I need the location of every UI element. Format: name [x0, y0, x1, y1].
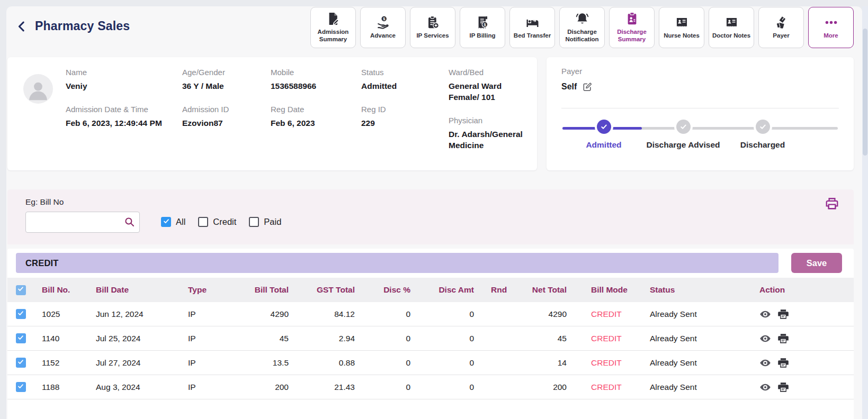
check-icon [17, 358, 24, 368]
field-label: Physician [449, 116, 523, 125]
row-checkbox[interactable] [16, 358, 26, 368]
back-chevron-icon [16, 26, 28, 35]
filter-checkbox-all[interactable]: All [161, 217, 185, 227]
scrollbar-thumb[interactable] [863, 29, 867, 156]
field-value: Dr. Adarsh/General Medicine [449, 129, 523, 151]
column-header-disc_amt: Disc Amt [426, 278, 490, 302]
patient-field: NameVeniy [66, 68, 182, 92]
bed-icon [525, 15, 540, 30]
field-value: Veniy [66, 81, 176, 92]
cell-bill_no: 1025 [34, 302, 90, 326]
print-bill-button[interactable] [777, 381, 789, 393]
bill-row: 1140Jul 25, 2024IP452.940045CREDITAlread… [7, 326, 854, 351]
cell-bill_mode: CREDIT [583, 375, 643, 399]
bill-row: 1152Jul 27, 2024IP13.50.880014CREDITAlre… [7, 351, 854, 375]
save-button[interactable]: Save [791, 253, 842, 273]
admission-stepper: AdmittedDischarge AdvisedDischarged [561, 120, 839, 162]
cell-net_total: 200 [530, 375, 583, 399]
toolbar-button-payer[interactable]: Payer [758, 7, 804, 48]
printer-icon [777, 361, 789, 370]
field-value: 229 [361, 118, 442, 129]
cell-net_total: 4290 [530, 302, 583, 326]
credit-section-label: CREDIT [16, 258, 59, 268]
cell-rnd [490, 375, 530, 399]
cell-type: IP [183, 351, 244, 375]
cell-bill_total: 45 [244, 326, 305, 351]
field-label: Admission Date & Time [66, 105, 176, 114]
printer-icon [777, 386, 789, 395]
field-label: Age/Gender [182, 68, 264, 77]
toolbar-button-ip-billing[interactable]: $IP Billing [460, 7, 505, 48]
print-bill-button[interactable] [777, 308, 789, 320]
cell-bill_no: 1140 [34, 326, 90, 351]
eye-icon [759, 386, 771, 395]
check-icon [17, 309, 24, 319]
toolbar-button-nurse-notes[interactable]: Nurse Notes [659, 7, 704, 48]
ellipsis-icon [824, 15, 838, 30]
cell-rnd [490, 351, 530, 375]
patient-avatar [23, 74, 53, 104]
cell-bill_mode: CREDIT [583, 302, 643, 326]
credit-section-header: CREDIT [16, 253, 778, 273]
view-bill-button[interactable] [759, 381, 771, 393]
cell-status: Already Sent [643, 351, 752, 375]
cell-rnd [490, 326, 530, 351]
stepper-step-discharged: Discharged [720, 120, 805, 150]
toolbar-button-more[interactable]: More [808, 7, 854, 48]
cell-bill_no: 1188 [34, 375, 90, 399]
check-icon [17, 285, 24, 295]
search-input[interactable] [25, 212, 140, 233]
svg-text:$: $ [383, 16, 385, 21]
cell-bill_date: Jul 27, 2024 [90, 351, 183, 375]
toolbar-button-ip-services[interactable]: IP Services [410, 7, 455, 48]
cell-status: Already Sent [643, 302, 752, 326]
vertical-scrollbar[interactable] [862, 6, 868, 419]
cell-gst_total: 21.43 [305, 375, 371, 399]
view-bill-button[interactable] [759, 357, 771, 369]
cell-disc_pct: 0 [371, 351, 426, 375]
toolbar-button-discharge-summary[interactable]: Discharge Summary [609, 7, 655, 48]
cell-gst_total: 2.94 [305, 326, 371, 351]
divider [561, 108, 839, 108]
toolbar-button-admission-summary[interactable]: Admission Summary [310, 7, 356, 48]
back-button[interactable] [16, 20, 28, 33]
toolbar-button-doctor-notes[interactable]: Doctor Notes [709, 7, 754, 48]
search-hint: Eg: Bill No [25, 197, 64, 207]
check-icon [17, 334, 24, 343]
cell-gst_total: 0.88 [305, 351, 371, 375]
check-icon [163, 217, 170, 227]
toolbar-button-discharge-notification[interactable]: Discharge Notification [559, 7, 605, 48]
field-label: Admission ID [182, 105, 264, 114]
row-checkbox[interactable] [16, 382, 26, 392]
cell-disc_pct: 0 [371, 302, 426, 326]
patient-field: StatusAdmitted [361, 68, 449, 92]
print-bill-button[interactable] [777, 333, 789, 344]
patient-field: Ward/BedGeneral Ward Female/ 101 [449, 68, 530, 103]
toolbar-button-advance[interactable]: $Advance [360, 7, 406, 48]
hand-coin-icon: $ [376, 15, 390, 30]
edit-payer-button[interactable] [582, 81, 593, 92]
bills-panel: CREDIT Save Bill No.Bill DateTypeBill To… [7, 249, 854, 419]
filter-checkbox-paid[interactable]: Paid [249, 217, 281, 227]
cell-disc_amt: 0 [426, 326, 490, 351]
eye-icon [759, 337, 771, 346]
print-list-button[interactable] [825, 197, 839, 211]
cell-disc_amt: 0 [426, 351, 490, 375]
select-all-checkbox[interactable] [16, 285, 26, 295]
column-header-gst_total: GST Total [305, 278, 371, 302]
print-bill-button[interactable] [777, 357, 789, 369]
clipboard-person-icon [625, 12, 639, 26]
cell-type: IP [183, 375, 244, 399]
view-bill-button[interactable] [759, 333, 771, 344]
filter-checkbox-credit[interactable]: Credit [198, 217, 236, 227]
row-checkbox[interactable] [16, 333, 26, 343]
patient-fields: NameVeniyAdmission Date & TimeFeb 6, 202… [66, 68, 530, 164]
patient-field: Age/Gender36 Y / Male [182, 68, 271, 92]
cell-bill_total: 13.5 [244, 351, 305, 375]
column-header-bill_no: Bill No. [34, 278, 90, 302]
row-checkbox[interactable] [16, 309, 26, 319]
field-value: 1536588966 [271, 81, 355, 92]
view-bill-button[interactable] [759, 308, 771, 320]
search-icon[interactable] [124, 216, 135, 227]
toolbar-button-bed-transfer[interactable]: Bed Transfer [509, 7, 555, 48]
